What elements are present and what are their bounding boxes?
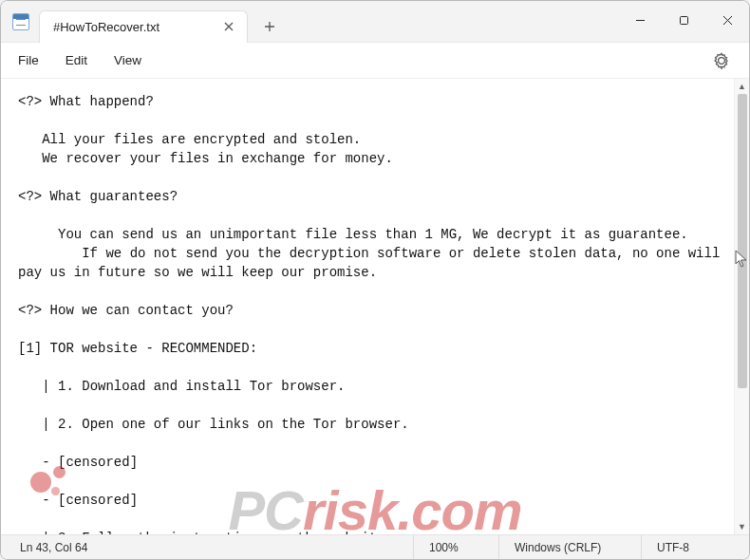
notepad-app-icon xyxy=(12,13,29,30)
status-zoom[interactable]: 100% xyxy=(413,535,498,559)
menubar: File Edit View xyxy=(1,43,749,79)
gear-icon xyxy=(713,52,730,69)
settings-button[interactable] xyxy=(707,47,736,75)
minimize-button[interactable] xyxy=(618,1,662,39)
titlebar: #HowToRecover.txt xyxy=(1,1,749,43)
status-cursor-position: Ln 43, Col 64 xyxy=(5,535,413,559)
scroll-down-icon[interactable]: ▼ xyxy=(735,519,749,534)
svg-rect-0 xyxy=(680,16,687,24)
scroll-thumb[interactable] xyxy=(738,94,747,388)
close-window-button[interactable] xyxy=(705,1,749,39)
content-area: <?> What happend? All your files are enc… xyxy=(1,79,749,534)
scroll-up-icon[interactable]: ▲ xyxy=(735,79,749,94)
vertical-scrollbar[interactable]: ▲ ▼ xyxy=(734,79,749,534)
maximize-button[interactable] xyxy=(662,1,705,39)
menu-file[interactable]: File xyxy=(7,47,50,73)
close-tab-icon[interactable] xyxy=(220,18,237,35)
status-bar: Ln 43, Col 64 100% Windows (CRLF) UTF-8 xyxy=(1,534,749,559)
status-encoding[interactable]: UTF-8 xyxy=(641,535,745,559)
text-editor[interactable]: <?> What happend? All your files are enc… xyxy=(1,79,734,534)
window-controls xyxy=(618,1,749,39)
new-tab-button[interactable] xyxy=(253,10,286,43)
menu-edit[interactable]: Edit xyxy=(54,47,99,73)
status-line-ending[interactable]: Windows (CRLF) xyxy=(498,535,641,559)
tab-title: #HowToRecover.txt xyxy=(53,20,220,34)
menu-view[interactable]: View xyxy=(103,47,153,73)
file-tab[interactable]: #HowToRecover.txt xyxy=(39,10,248,43)
notepad-window: #HowToRecover.txt File Edit View xyxy=(0,0,750,560)
